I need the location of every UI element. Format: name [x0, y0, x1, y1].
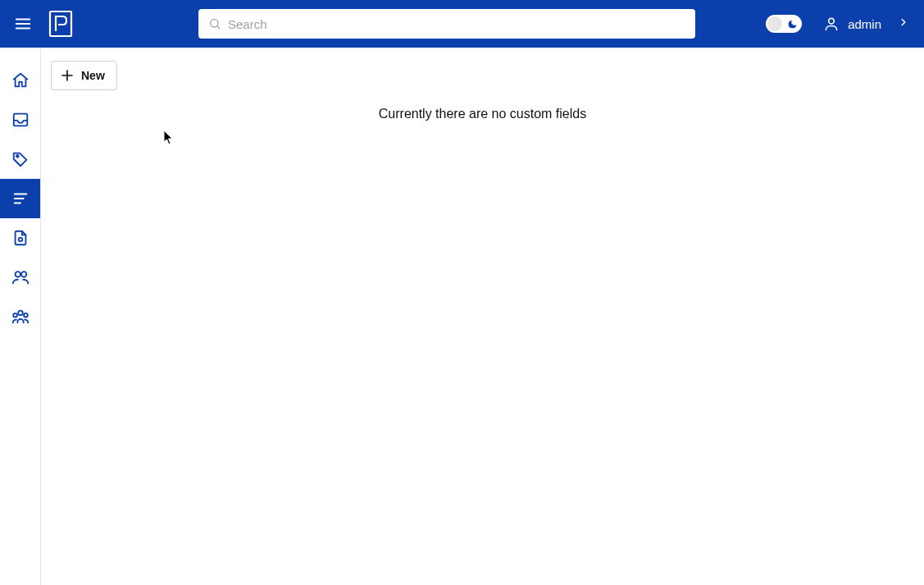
moon-icon — [787, 18, 798, 33]
list-icon — [11, 190, 30, 208]
svg-point-8 — [16, 155, 18, 158]
sidebar-item-home[interactable] — [0, 61, 40, 100]
theme-toggle[interactable] — [766, 15, 802, 33]
svg-point-12 — [18, 238, 22, 242]
search-icon — [208, 17, 221, 30]
app-header: admin — [0, 0, 924, 48]
inbox-icon — [11, 111, 30, 129]
sidebar-item-groups[interactable] — [0, 297, 40, 336]
user-menu[interactable]: admin — [817, 11, 916, 37]
toggle-knob — [767, 16, 782, 31]
groups-icon — [11, 308, 30, 326]
chevron-right-icon — [898, 16, 909, 31]
empty-state-message: Currently there are no custom fields — [49, 107, 916, 121]
mouse-cursor-icon — [163, 130, 175, 146]
sidebar-item-file-badge[interactable] — [0, 218, 40, 258]
users-icon — [11, 268, 30, 286]
svg-line-5 — [217, 26, 220, 29]
svg-point-15 — [18, 311, 23, 316]
svg-point-13 — [15, 272, 20, 277]
plus-icon — [60, 68, 75, 83]
sidebar-item-inbox[interactable] — [0, 100, 40, 139]
username-label: admin — [848, 17, 881, 31]
svg-point-17 — [24, 313, 28, 318]
sidebar-item-users[interactable] — [0, 258, 40, 297]
menu-toggle-button[interactable] — [8, 9, 38, 39]
new-button-label: New — [81, 69, 105, 82]
sidebar-item-custom-fields[interactable] — [0, 179, 40, 218]
search-input[interactable] — [228, 9, 685, 39]
svg-point-16 — [13, 313, 17, 318]
file-badge-icon — [11, 229, 30, 247]
new-button[interactable]: New — [51, 61, 117, 90]
logo-icon — [48, 10, 73, 38]
home-icon — [11, 71, 30, 89]
hamburger-icon — [14, 15, 32, 33]
sidebar-item-tags[interactable] — [0, 139, 40, 179]
svg-point-14 — [20, 272, 25, 277]
user-icon — [823, 16, 840, 32]
sidebar — [0, 48, 41, 585]
main-content: New Currently there are no custom fields — [41, 48, 924, 585]
app-logo[interactable] — [46, 9, 75, 39]
tag-icon — [11, 150, 30, 168]
search-field[interactable] — [198, 9, 695, 39]
svg-point-6 — [829, 18, 835, 24]
